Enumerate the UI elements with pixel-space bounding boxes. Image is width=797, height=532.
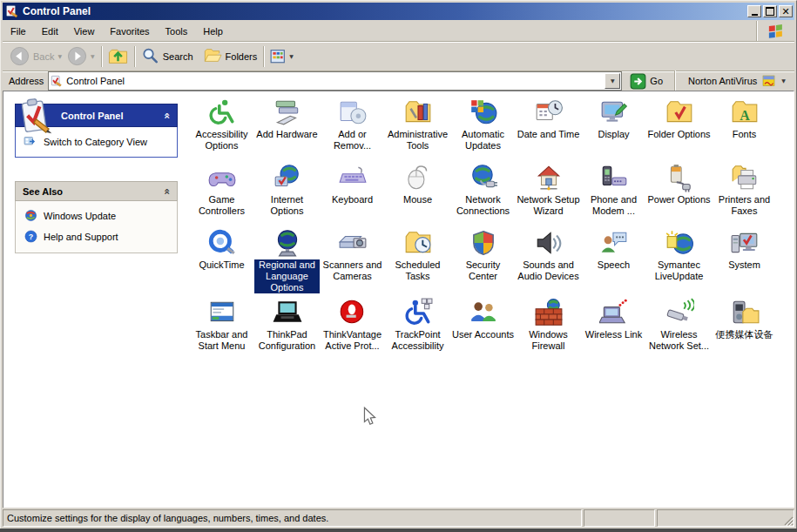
search-label: Search	[163, 51, 193, 62]
phone-and-modem-item[interactable]: Phone and Modem ...	[581, 158, 646, 224]
power-options-item[interactable]: Power Options	[646, 158, 712, 224]
folder-options-icon	[665, 98, 694, 127]
resize-grip[interactable]	[782, 515, 794, 526]
folders-button[interactable]: Folders	[201, 43, 260, 71]
trackpoint-accessibility-item[interactable]: TrackPoint Accessibility	[385, 293, 450, 361]
forward-dropdown-icon[interactable]: ▼	[91, 54, 95, 59]
folder-options-item[interactable]: Folder Options	[646, 93, 712, 158]
collapse-chevron-icon[interactable]: «	[161, 188, 173, 195]
regional-and-language-options-icon	[273, 228, 302, 258]
thinkvantage-active-prot-item[interactable]: ThinkVantage Active Prot...	[320, 293, 385, 361]
icon-label: ThinkPad Configuration	[255, 329, 320, 352]
system-item[interactable]: System	[712, 224, 777, 293]
keyboard-item[interactable]: Keyboard	[320, 158, 385, 224]
quicktime-item[interactable]: QuickTime	[189, 224, 254, 293]
address-dropdown-button[interactable]: ▼	[605, 73, 620, 89]
norton-antivirus-button[interactable]: Norton AntiVirus ▼	[683, 74, 791, 88]
printers-and-faxes-item[interactable]: Printers and Faxes	[712, 158, 777, 224]
switch-to-category-view-link[interactable]: Switch to Category View	[24, 135, 173, 149]
forward-button[interactable]: ▼	[64, 43, 98, 71]
scheduled-tasks-icon	[403, 228, 433, 258]
game-controllers-item[interactable]: Game Controllers	[189, 158, 254, 224]
windows-update-link[interactable]: Windows Update	[24, 209, 173, 222]
sounds-and-audio-devices-item[interactable]: Sounds and Audio Devices	[516, 224, 581, 293]
fonts-item[interactable]: AFonts	[712, 93, 777, 158]
thinkpad-configuration-item[interactable]: ThinkPad Configuration	[254, 293, 320, 361]
views-button[interactable]: ▼	[267, 43, 296, 71]
windows-firewall-item[interactable]: Windows Firewall	[516, 293, 581, 361]
accessibility-options-item[interactable]: Accessibility Options	[189, 93, 254, 158]
menu-edit[interactable]: Edit	[34, 23, 66, 40]
icon-label: User Accounts	[452, 329, 514, 340]
norton-dropdown-icon[interactable]: ▼	[781, 78, 786, 84]
go-button[interactable]: Go	[626, 73, 666, 90]
date-and-time-icon	[534, 98, 564, 127]
icon-label: Regional and Language Options	[254, 259, 320, 293]
go-label: Go	[650, 76, 663, 86]
icon-label: Wireless Network Set...	[647, 329, 712, 352]
scheduled-tasks-item[interactable]: Scheduled Tasks	[385, 224, 450, 293]
add-or-remov-item[interactable]: Add or Remov...	[320, 93, 385, 158]
fonts-icon: A	[730, 98, 760, 127]
icon-label: Sounds and Audio Devices	[517, 259, 581, 282]
see-also-panel-header[interactable]: See Also «	[15, 181, 178, 201]
back-dropdown-icon[interactable]: ▼	[57, 54, 62, 59]
internet-options-item[interactable]: Internet Options	[254, 158, 320, 224]
portable-media-devices-item[interactable]: 便携媒体设备	[712, 293, 777, 361]
up-button[interactable]	[105, 43, 131, 71]
mouse-icon	[403, 163, 433, 192]
add-hardware-item[interactable]: Add Hardware	[254, 93, 320, 158]
administrative-tools-item[interactable]: Administrative Tools	[385, 93, 450, 158]
minimize-icon	[752, 14, 758, 16]
menu-view[interactable]: View	[66, 23, 103, 40]
see-also-item-label: Windows Update	[44, 211, 116, 221]
security-center-icon	[469, 228, 498, 258]
address-input[interactable]: Control Panel ▼	[48, 71, 622, 91]
menu-tools[interactable]: Tools	[158, 23, 196, 40]
display-item[interactable]: Display	[581, 93, 646, 158]
wireless-link-icon	[599, 298, 629, 327]
symantec-liveupdate-item[interactable]: Symantec LiveUpdate	[646, 224, 712, 293]
norton-label: Norton AntiVirus	[688, 76, 757, 86]
mouse-item[interactable]: Mouse	[385, 158, 450, 224]
symantec-liveupdate-icon	[665, 228, 694, 258]
menu-favorites[interactable]: Favorites	[102, 23, 157, 40]
address-location-icon	[51, 75, 63, 87]
menu-help[interactable]: Help	[195, 23, 231, 40]
accessibility-options-icon	[207, 98, 237, 127]
thinkpad-configuration-icon	[273, 298, 302, 327]
network-connections-icon	[469, 163, 498, 192]
close-button[interactable]: ✕	[779, 5, 793, 17]
game-controllers-icon	[207, 163, 237, 192]
wireless-network-set-item[interactable]: Wireless Network Set...	[646, 293, 712, 361]
icon-label: Power Options	[647, 194, 710, 205]
regional-and-language-options-item[interactable]: Regional and Language Options	[254, 224, 320, 293]
windows-firewall-icon	[534, 298, 564, 327]
search-button[interactable]: Search	[138, 43, 196, 71]
quicktime-icon	[207, 228, 237, 258]
icon-label: Administrative Tools	[386, 129, 450, 152]
speech-item[interactable]: Speech	[581, 224, 646, 293]
scanners-and-cameras-item[interactable]: Scanners and Cameras	[320, 224, 385, 293]
addressbar-separator	[674, 71, 675, 91]
collapse-chevron-icon[interactable]: «	[161, 112, 173, 119]
taskbar-and-start-menu-item[interactable]: Taskbar and Start Menu	[189, 293, 254, 361]
task-sidebar: Control Panel « Switch to Category View …	[15, 104, 178, 253]
icon-label: Wireless Link	[585, 329, 642, 340]
views-dropdown-icon[interactable]: ▼	[289, 54, 294, 59]
back-button[interactable]: Back ▼	[7, 43, 64, 71]
toolbar-separator	[134, 46, 135, 67]
menu-file[interactable]: File	[3, 23, 34, 40]
automatic-updates-icon	[469, 98, 498, 127]
security-center-item[interactable]: Security Center	[450, 224, 516, 293]
network-setup-wizard-item[interactable]: Network Setup Wizard	[516, 158, 581, 224]
user-accounts-item[interactable]: User Accounts	[450, 293, 516, 361]
network-connections-item[interactable]: Network Connections	[450, 158, 516, 224]
wireless-link-item[interactable]: Wireless Link	[581, 293, 646, 361]
minimize-button[interactable]	[747, 5, 761, 17]
help-and-support-link[interactable]: ?Help and Support	[24, 230, 173, 243]
maximize-button[interactable]	[763, 5, 777, 17]
automatic-updates-item[interactable]: Automatic Updates	[450, 93, 516, 158]
phone-and-modem-icon	[599, 163, 629, 192]
date-and-time-item[interactable]: Date and Time	[516, 93, 581, 158]
